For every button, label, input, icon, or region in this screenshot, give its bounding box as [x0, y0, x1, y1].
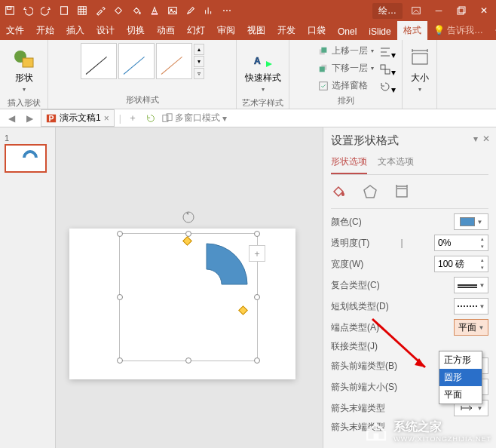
- tab-home[interactable]: 开始: [30, 21, 60, 40]
- quick-styles-button[interactable]: A 快速样式 ▾: [242, 43, 284, 96]
- tab-insert[interactable]: 插入: [60, 21, 90, 40]
- svg-rect-14: [321, 47, 326, 52]
- minimize-button[interactable]: ─: [430, 3, 448, 18]
- font-color-icon[interactable]: [148, 4, 161, 17]
- group-button[interactable]: ▾: [379, 63, 396, 78]
- style-thumb-3[interactable]: [156, 43, 192, 79]
- cap-select[interactable]: 平面▼: [454, 319, 488, 336]
- overflow-icon[interactable]: ⋯: [220, 4, 234, 17]
- paint-icon[interactable]: [112, 4, 125, 17]
- save-icon[interactable]: [3, 4, 17, 17]
- gallery-down-icon[interactable]: ▾: [194, 56, 204, 67]
- add-text-icon[interactable]: ＋: [249, 245, 265, 262]
- pane-dropdown-icon[interactable]: ▾: [473, 133, 478, 144]
- handle-bm[interactable]: [185, 357, 191, 364]
- slide-thumb-1[interactable]: [5, 144, 47, 173]
- handle-mr[interactable]: [254, 294, 260, 300]
- tab-islide[interactable]: iSlide: [363, 23, 396, 40]
- tab-transitions[interactable]: 切换: [121, 21, 151, 40]
- cap-option-square[interactable]: 正方形: [439, 351, 482, 369]
- align-button[interactable]: ▾: [379, 46, 396, 60]
- gallery-up-icon[interactable]: ▴: [194, 44, 204, 55]
- pane-tab-shape[interactable]: 形状选项: [331, 152, 367, 174]
- tab-design[interactable]: 设计: [90, 21, 121, 40]
- tab-view[interactable]: 视图: [241, 21, 271, 40]
- transparency-input[interactable]: ▴▾: [434, 235, 488, 251]
- tab-review[interactable]: 审阅: [211, 21, 241, 40]
- prop-color: 颜色(C) ▼: [331, 213, 488, 230]
- tab-animations[interactable]: 动画: [151, 21, 181, 40]
- tab-onel[interactable]: Onel: [332, 23, 363, 40]
- size-props-icon[interactable]: [394, 184, 409, 199]
- fill-icon[interactable]: [130, 4, 143, 17]
- rotate-handle[interactable]: [181, 210, 196, 227]
- prop-color-label: 颜色(C): [331, 216, 362, 229]
- brush-icon[interactable]: [184, 4, 197, 17]
- chart-icon[interactable]: [202, 4, 216, 17]
- gallery-more-icon[interactable]: ▿: [194, 68, 204, 79]
- bring-forward-button[interactable]: 上移一层 ▾: [317, 43, 375, 59]
- spin-up-icon[interactable]: ▴: [477, 235, 488, 243]
- refresh-icon[interactable]: [144, 112, 158, 125]
- svg-rect-3: [78, 7, 87, 15]
- spin-up-icon[interactable]: ▴: [477, 256, 488, 264]
- undo-icon[interactable]: [21, 4, 35, 17]
- send-backward-button[interactable]: 下移一层 ▾: [317, 60, 375, 76]
- watermark-logo-icon: [363, 418, 389, 443]
- add-doc-icon[interactable]: ＋: [126, 112, 139, 125]
- tell-me-label: 告诉我…: [447, 25, 483, 35]
- handle-br[interactable]: [254, 357, 260, 364]
- pane-category-tabs: [331, 181, 488, 208]
- color-picker[interactable]: ▼: [454, 213, 488, 230]
- document-tab-label: 演示文稿1: [60, 112, 101, 124]
- new-icon[interactable]: [57, 4, 71, 17]
- cap-option-flat[interactable]: 平面: [439, 386, 482, 404]
- effects-icon[interactable]: [363, 184, 378, 199]
- selection-pane-button[interactable]: 选择窗格: [317, 78, 375, 94]
- tab-file[interactable]: 文件: [0, 21, 30, 40]
- close-button[interactable]: ✕: [475, 3, 493, 18]
- handle-bl[interactable]: [117, 357, 123, 364]
- restore-button[interactable]: [452, 3, 470, 18]
- tell-me[interactable]: 💡 告诉我…: [427, 21, 489, 40]
- nav-back-icon[interactable]: ◀: [5, 112, 18, 125]
- size-button[interactable]: 大小 ▾: [405, 43, 435, 96]
- image-icon[interactable]: [166, 4, 179, 17]
- tab-developer[interactable]: 开发: [271, 21, 302, 40]
- document-tab[interactable]: P 演示文稿1 ×: [41, 109, 115, 127]
- width-input[interactable]: ▴▾: [434, 256, 488, 272]
- eyedropper-icon[interactable]: [93, 4, 107, 17]
- redo-icon[interactable]: [39, 4, 53, 17]
- canvas[interactable]: ＋: [56, 127, 323, 448]
- spin-down-icon[interactable]: ▾: [477, 243, 488, 250]
- dash-select[interactable]: ▼: [454, 298, 488, 315]
- document-close-icon[interactable]: ×: [104, 113, 109, 124]
- shapes-button[interactable]: 形状 ▾: [9, 43, 39, 96]
- multi-window-label: 多窗口模式: [175, 112, 220, 124]
- multi-window-button[interactable]: 多窗口模式 ▾: [162, 112, 227, 125]
- fill-line-icon[interactable]: [331, 184, 346, 199]
- shape-style-gallery[interactable]: ▴ ▾ ▿: [81, 43, 204, 79]
- style-thumb-2[interactable]: [118, 43, 155, 79]
- pane-close-icon[interactable]: ✕: [482, 133, 490, 144]
- rotate-button[interactable]: ▾: [379, 81, 396, 95]
- tab-slideshow[interactable]: 幻灯: [181, 21, 211, 40]
- handle-ml[interactable]: [117, 294, 123, 300]
- prop-join-label: 联接类型(J): [331, 340, 378, 353]
- style-thumb-1[interactable]: [81, 43, 117, 79]
- tab-format[interactable]: 格式: [397, 21, 427, 40]
- send-backward-label: 下移一层: [332, 62, 368, 75]
- svg-rect-7: [412, 8, 421, 14]
- login-button[interactable]: 登录: [489, 21, 496, 40]
- handle-tl[interactable]: [117, 231, 123, 237]
- tab-pocket[interactable]: 口袋: [302, 21, 332, 40]
- cap-option-round[interactable]: 圆形: [439, 369, 482, 386]
- handle-tr[interactable]: [254, 231, 260, 237]
- nav-forward-icon[interactable]: ▶: [23, 112, 36, 125]
- table-icon[interactable]: [75, 4, 89, 17]
- pane-tab-text[interactable]: 文本选项: [378, 152, 414, 174]
- ribbon-options-icon[interactable]: [407, 3, 425, 18]
- spin-down-icon[interactable]: ▾: [477, 264, 488, 272]
- compound-select[interactable]: ▼: [454, 277, 488, 293]
- cap-value: 平面: [458, 321, 476, 334]
